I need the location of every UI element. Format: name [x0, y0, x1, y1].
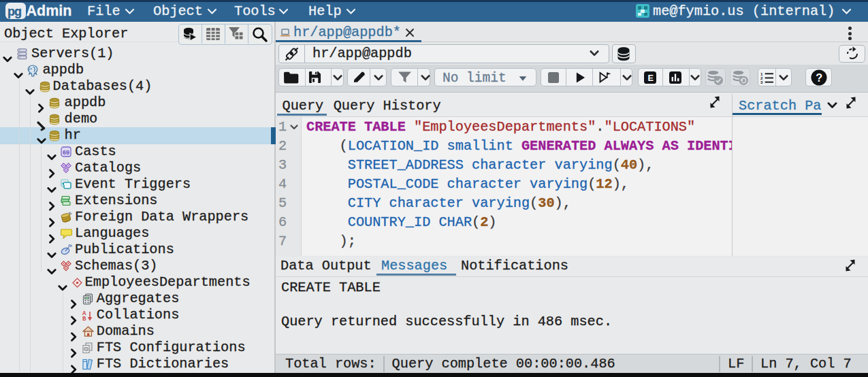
svg-text:69: 69	[63, 148, 69, 155]
svg-text:?: ?	[816, 71, 822, 84]
svg-text:3: 3	[760, 80, 763, 84]
svg-text:B: B	[82, 316, 86, 321]
svg-text:E: E	[647, 73, 653, 83]
